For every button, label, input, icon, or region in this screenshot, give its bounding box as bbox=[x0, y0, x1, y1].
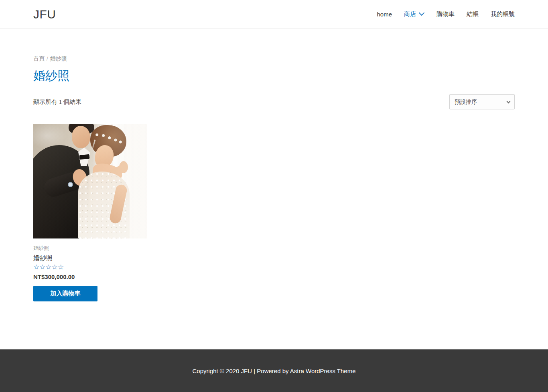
page-title: 婚紗照 bbox=[33, 69, 515, 82]
site-footer: Copyright © 2020 JFU | Powered by Astra … bbox=[0, 349, 548, 392]
product-grid: 婚紗照 婚紗照 ☆☆☆☆☆ NT$300,000.00 加入購物車 bbox=[33, 124, 515, 301]
nav-item-cart[interactable]: 購物車 bbox=[436, 10, 455, 18]
site-header: JFU home 商店 購物車 結帳 我的帳 bbox=[0, 0, 548, 29]
photo-light-overlay bbox=[33, 124, 147, 238]
product-name-link[interactable]: 婚紗照 bbox=[33, 254, 147, 263]
nav-item-my-account[interactable]: 我的帳號 bbox=[491, 10, 515, 18]
sort-dropdown[interactable]: 預設排序 bbox=[449, 94, 515, 109]
nav-item-label: 我的帳號 bbox=[491, 10, 515, 18]
product-category: 婚紗照 bbox=[33, 244, 147, 252]
nav-item-shop[interactable]: 商店 bbox=[404, 10, 424, 18]
copyright-text: Copyright © 2020 JFU | Powered by Astra … bbox=[192, 368, 355, 374]
product-price: NT$300,000.00 bbox=[33, 273, 147, 280]
breadcrumb-separator: / bbox=[47, 56, 48, 62]
chevron-down-icon bbox=[419, 12, 424, 16]
star-rating-icons: ☆☆☆☆☆ bbox=[33, 264, 147, 271]
breadcrumb-current: 婚紗照 bbox=[50, 56, 67, 62]
nav-item-home[interactable]: home bbox=[377, 11, 392, 18]
add-to-cart-button[interactable]: 加入購物車 bbox=[33, 286, 97, 301]
main-content: 首頁/婚紗照 婚紗照 顯示所有 1 個結果 預設排序 bbox=[0, 29, 548, 349]
nav-item-checkout[interactable]: 結帳 bbox=[467, 10, 479, 18]
shop-toolbar: 顯示所有 1 個結果 預設排序 bbox=[33, 94, 515, 109]
result-count: 顯示所有 1 個結果 bbox=[33, 98, 81, 106]
nav-item-label: 結帳 bbox=[467, 10, 479, 18]
sort-dropdown-wrap: 預設排序 bbox=[449, 94, 515, 109]
product-image-link[interactable] bbox=[33, 124, 147, 238]
product-card: 婚紗照 婚紗照 ☆☆☆☆☆ NT$300,000.00 加入購物車 bbox=[33, 124, 147, 301]
site-logo[interactable]: JFU bbox=[33, 8, 56, 21]
breadcrumb: 首頁/婚紗照 bbox=[33, 55, 515, 63]
nav-item-label: home bbox=[377, 11, 392, 18]
nav-item-label: 購物車 bbox=[436, 10, 455, 18]
main-nav: home 商店 購物車 結帳 我的帳號 bbox=[365, 10, 515, 18]
copyright-prefix: Copyright © 2020 JFU | Powered by bbox=[192, 368, 290, 374]
breadcrumb-home-link[interactable]: 首頁 bbox=[33, 56, 45, 62]
nav-item-label: 商店 bbox=[404, 10, 416, 18]
astra-theme-link[interactable]: Astra WordPress Theme bbox=[290, 368, 356, 374]
